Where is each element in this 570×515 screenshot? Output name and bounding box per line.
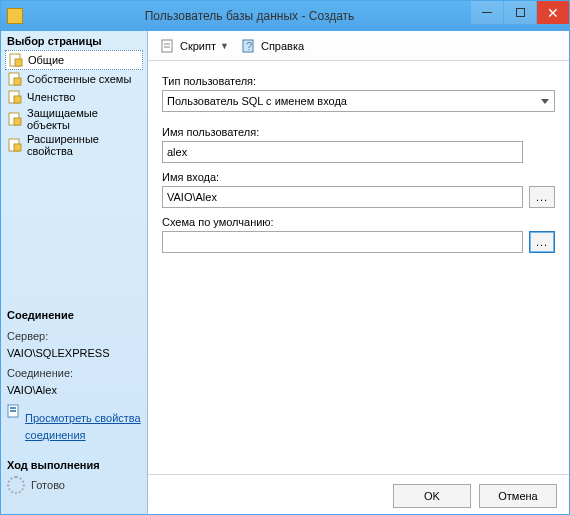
page-item[interactable]: Расширенные свойства bbox=[5, 132, 143, 158]
svg-rect-3 bbox=[14, 78, 21, 85]
svg-rect-12 bbox=[10, 410, 16, 412]
cancel-button[interactable]: Отмена bbox=[479, 484, 557, 508]
pages-heading: Выбор страницы bbox=[1, 31, 147, 50]
script-label: Скрипт bbox=[180, 40, 216, 52]
svg-rect-5 bbox=[14, 96, 21, 103]
schema-input[interactable] bbox=[162, 231, 523, 253]
page-icon bbox=[7, 111, 23, 127]
login-input[interactable] bbox=[162, 186, 523, 208]
svg-text:?: ? bbox=[246, 40, 252, 52]
right-panel: Скрипт ▼ ? Справка Тип пользователя: Пол… bbox=[148, 31, 569, 515]
page-item-label: Членство bbox=[27, 91, 75, 103]
help-label: Справка bbox=[261, 40, 304, 52]
login-browse-button[interactable]: ... bbox=[529, 186, 555, 208]
username-input[interactable] bbox=[162, 141, 523, 163]
chevron-down-icon: ▼ bbox=[220, 41, 229, 51]
help-icon: ? bbox=[241, 38, 257, 54]
svg-rect-13 bbox=[162, 40, 172, 52]
page-icon bbox=[7, 89, 23, 105]
page-item-label: Общие bbox=[28, 54, 64, 66]
titlebar: Пользователь базы данных - Создать ✕ bbox=[1, 1, 569, 31]
page-item[interactable]: Членство bbox=[5, 88, 143, 106]
left-panel: Выбор страницы ОбщиеСобственные схемыЧле… bbox=[1, 31, 148, 515]
page-icon bbox=[8, 52, 24, 68]
login-label: Имя входа: bbox=[162, 171, 555, 183]
close-button[interactable]: ✕ bbox=[537, 1, 569, 24]
ok-button[interactable]: OK bbox=[393, 484, 471, 508]
username-label: Имя пользователя: bbox=[162, 126, 555, 138]
form-general: Тип пользователя: Пользователь SQL с име… bbox=[148, 61, 569, 474]
svg-rect-7 bbox=[14, 118, 21, 125]
server-label: Сервер: bbox=[7, 328, 141, 345]
page-item[interactable]: Общие bbox=[5, 50, 143, 70]
connection-heading: Соединение bbox=[1, 305, 147, 324]
connection-value: VAIO\Alex bbox=[7, 382, 141, 399]
user-type-label: Тип пользователя: bbox=[162, 75, 555, 87]
server-value: VAIO\SQLEXPRESS bbox=[7, 345, 141, 362]
help-button[interactable]: ? Справка bbox=[237, 36, 308, 56]
page-item-label: Расширенные свойства bbox=[27, 133, 141, 157]
page-item[interactable]: Собственные схемы bbox=[5, 70, 143, 88]
user-type-select[interactable]: Пользователь SQL с именем входа bbox=[162, 90, 555, 112]
svg-rect-11 bbox=[10, 407, 16, 409]
pages-list: ОбщиеСобственные схемыЧленствоЗащищаемые… bbox=[1, 50, 147, 158]
progress-text: Готово bbox=[31, 479, 65, 491]
script-icon bbox=[160, 38, 176, 54]
progress-heading: Ход выполнения bbox=[1, 455, 147, 474]
view-connection-props-link[interactable]: Просмотреть свойства соединения bbox=[25, 410, 141, 443]
page-icon bbox=[7, 137, 23, 153]
svg-rect-9 bbox=[14, 144, 21, 151]
app-icon bbox=[7, 8, 23, 24]
connection-props-icon bbox=[7, 404, 21, 423]
minimize-button[interactable] bbox=[471, 1, 503, 24]
close-icon: ✕ bbox=[547, 6, 559, 20]
schema-browse-button[interactable]: ... bbox=[529, 231, 555, 253]
page-icon bbox=[7, 71, 23, 87]
connection-label: Соединение: bbox=[7, 365, 141, 382]
progress-spinner-icon bbox=[7, 476, 25, 494]
window-title: Пользователь базы данных - Создать bbox=[29, 9, 470, 23]
schema-label: Схема по умолчанию: bbox=[162, 216, 555, 228]
toolbar: Скрипт ▼ ? Справка bbox=[148, 31, 569, 61]
script-button[interactable]: Скрипт ▼ bbox=[156, 36, 233, 56]
svg-rect-1 bbox=[15, 59, 22, 66]
page-item-label: Защищаемые объекты bbox=[27, 107, 141, 131]
page-item-label: Собственные схемы bbox=[27, 73, 131, 85]
button-bar: OK Отмена bbox=[148, 474, 569, 515]
maximize-button[interactable] bbox=[504, 1, 536, 24]
page-item[interactable]: Защищаемые объекты bbox=[5, 106, 143, 132]
